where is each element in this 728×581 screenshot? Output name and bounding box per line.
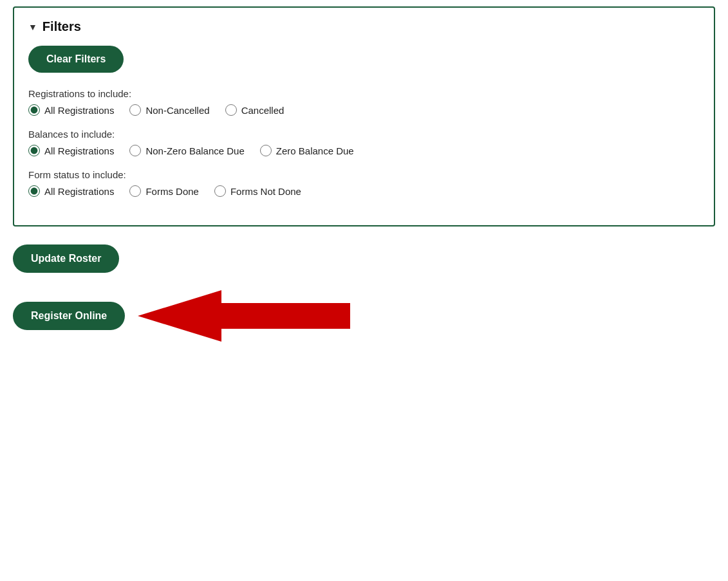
filter-group-balances: Balances to include: All Registrations N… xyxy=(28,129,700,156)
forms-label: Form status to include: xyxy=(28,169,700,180)
radio-non-cancelled[interactable]: Non-Cancelled xyxy=(129,104,209,116)
filters-header: ▼ Filters xyxy=(28,19,700,34)
registrations-label: Registrations to include: xyxy=(28,88,700,99)
radio-label-forms-not-done: Forms Not Done xyxy=(230,186,301,197)
radio-input-cancelled[interactable] xyxy=(225,104,237,116)
radio-all-registrations-reg[interactable]: All Registrations xyxy=(28,104,114,116)
radio-label-all-registrations-reg: All Registrations xyxy=(44,105,114,116)
radio-label-all-registrations-bal: All Registrations xyxy=(44,145,114,156)
radio-input-non-zero-balance[interactable] xyxy=(129,145,141,156)
radio-input-forms-done[interactable] xyxy=(129,185,141,197)
register-online-row: Register Online xyxy=(13,287,357,345)
radio-input-all-registrations-bal[interactable] xyxy=(28,145,40,156)
radio-label-non-zero-balance: Non-Zero Balance Due xyxy=(145,145,244,156)
radio-non-zero-balance[interactable]: Non-Zero Balance Due xyxy=(129,145,244,156)
radio-forms-not-done[interactable]: Forms Not Done xyxy=(214,185,301,197)
arrow-container xyxy=(138,287,357,345)
radio-input-forms-not-done[interactable] xyxy=(214,185,226,197)
radio-label-forms-done: Forms Done xyxy=(145,186,199,197)
registrations-radio-group: All Registrations Non-Cancelled Cancelle… xyxy=(28,104,700,116)
filter-group-registrations: Registrations to include: All Registrati… xyxy=(28,88,700,116)
filters-section: ▼ Filters Clear Filters Registrations to… xyxy=(13,6,715,226)
radio-input-zero-balance[interactable] xyxy=(260,145,272,156)
radio-input-all-registrations-form[interactable] xyxy=(28,185,40,197)
red-arrow-icon xyxy=(138,287,357,345)
balances-radio-group: All Registrations Non-Zero Balance Due Z… xyxy=(28,145,700,156)
collapse-triangle-icon: ▼ xyxy=(28,22,37,32)
radio-forms-done[interactable]: Forms Done xyxy=(129,185,199,197)
bottom-buttons: Update Roster Register Online xyxy=(13,244,715,345)
balances-label: Balances to include: xyxy=(28,129,700,140)
radio-label-non-cancelled: Non-Cancelled xyxy=(145,105,209,116)
radio-all-registrations-form[interactable]: All Registrations xyxy=(28,185,114,197)
forms-radio-group: All Registrations Forms Done Forms Not D… xyxy=(28,185,700,197)
register-online-button[interactable]: Register Online xyxy=(13,302,125,330)
radio-zero-balance[interactable]: Zero Balance Due xyxy=(260,145,354,156)
update-roster-button[interactable]: Update Roster xyxy=(13,244,119,273)
filters-title: Filters xyxy=(42,19,81,34)
radio-label-zero-balance: Zero Balance Due xyxy=(276,145,354,156)
radio-all-registrations-bal[interactable]: All Registrations xyxy=(28,145,114,156)
radio-cancelled[interactable]: Cancelled xyxy=(225,104,285,116)
radio-label-cancelled: Cancelled xyxy=(241,105,285,116)
radio-label-all-registrations-form: All Registrations xyxy=(44,186,114,197)
filter-group-forms: Form status to include: All Registration… xyxy=(28,169,700,197)
clear-filters-button[interactable]: Clear Filters xyxy=(28,46,124,73)
svg-marker-0 xyxy=(138,290,350,342)
radio-input-non-cancelled[interactable] xyxy=(129,104,141,116)
radio-input-all-registrations-reg[interactable] xyxy=(28,104,40,116)
